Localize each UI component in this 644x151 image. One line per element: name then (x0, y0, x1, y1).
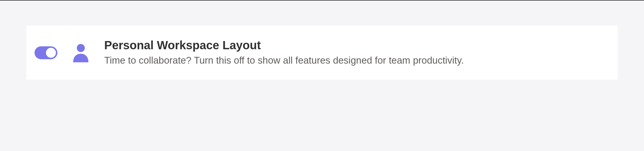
setting-title: Personal Workspace Layout (104, 38, 464, 52)
person-icon (69, 41, 93, 65)
svg-point-0 (77, 44, 85, 52)
setting-card: Personal Workspace Layout Time to collab… (26, 26, 618, 80)
workspace-layout-toggle[interactable] (35, 46, 57, 59)
setting-text: Personal Workspace Layout Time to collab… (104, 38, 464, 67)
setting-description: Time to collaborate? Turn this off to sh… (104, 54, 464, 67)
toggle-knob (46, 48, 56, 58)
